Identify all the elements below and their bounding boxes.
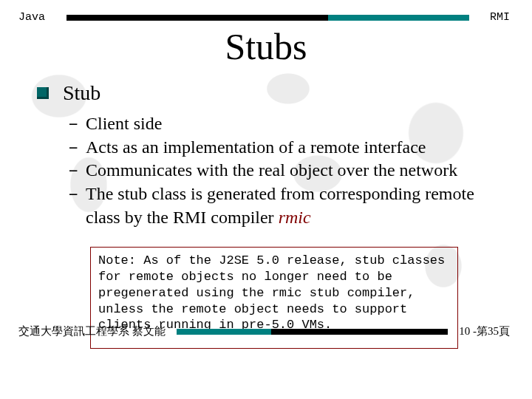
dash-icon: – <box>68 112 86 136</box>
header-left-label: Java <box>18 11 55 24</box>
header-divider-bar <box>66 15 469 21</box>
list-item: – Client side <box>68 112 491 136</box>
footer-divider-bar <box>177 329 449 335</box>
list-item-text: The stub class is generated from corresp… <box>86 183 491 229</box>
list-item: – The stub class is generated from corre… <box>68 183 491 229</box>
bullet-heading: Stub <box>63 81 100 105</box>
dash-icon: – <box>68 136 86 160</box>
list-item-text: Acts as an implementation of a remote in… <box>86 136 491 160</box>
footer-left-label: 交通大學資訊工程學系 蔡文能 <box>18 324 166 338</box>
dash-icon: – <box>68 159 86 183</box>
list-item: – Acts as an implementation of a remote … <box>68 136 491 160</box>
dash-icon: – <box>68 183 86 229</box>
slide-title: Stubs <box>0 25 532 68</box>
bullet-heading-row: Stub <box>38 81 491 105</box>
slide-header: Java RMI <box>0 0 532 24</box>
rmic-keyword: rmic <box>279 208 311 227</box>
list-item-text: Communicates with the real object over t… <box>86 159 491 183</box>
slide-footer: 交通大學資訊工程學系 蔡文能 10 -第35頁 <box>0 324 532 338</box>
slide-body: Stub – Client side – Acts as an implemen… <box>0 81 532 349</box>
sub-bullet-list: – Client side – Acts as an implementatio… <box>38 112 491 229</box>
square-bullet-icon <box>37 87 49 99</box>
footer-right-label: 10 -第35頁 <box>459 324 510 338</box>
list-item: – Communicates with the real object over… <box>68 159 491 183</box>
note-rmic-keyword: rmic <box>272 286 302 300</box>
list-item-text: Client side <box>86 112 491 136</box>
header-right-label: RMI <box>480 11 510 24</box>
